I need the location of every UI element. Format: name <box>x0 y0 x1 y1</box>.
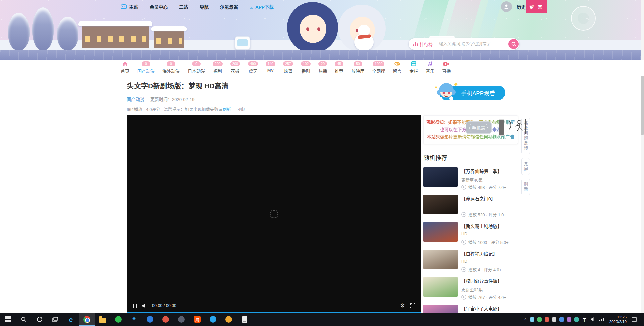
message-board-button[interactable]: 留 言 <box>526 0 547 13</box>
banner-house-roof <box>151 26 187 31</box>
tab-日本动漫[interactable]: 0日本动漫 <box>187 60 205 74</box>
blue-circle-app-icon[interactable] <box>205 313 221 326</box>
tray-expand-icon[interactable]: ^ <box>524 317 526 322</box>
volume-icon[interactable] <box>142 303 147 308</box>
media-app-icon[interactable] <box>221 313 236 326</box>
tab-badge: 1000 <box>373 61 384 66</box>
edge-browser-icon[interactable]: e <box>63 313 79 326</box>
tab-badge: 0 <box>142 61 150 66</box>
nav-item-会员中心[interactable]: 会员中心 <box>150 3 168 10</box>
red-app-icon[interactable] <box>158 313 173 326</box>
tray-green-icon[interactable] <box>537 317 542 322</box>
tab-放映厅[interactable]: 50放映厅 <box>351 60 364 74</box>
history-link[interactable]: 历史 <box>517 3 526 10</box>
banner-tree <box>57 17 78 50</box>
tray-red-icon[interactable] <box>545 317 549 322</box>
file-explorer-icon[interactable] <box>95 313 110 326</box>
taobao-icon[interactable]: 淘 <box>189 313 205 326</box>
tab-label: 音乐 <box>426 68 434 74</box>
tab-虎牙[interactable]: 490虎牙 <box>248 60 258 74</box>
action-center-icon[interactable] <box>632 317 637 322</box>
tab-番剧[interactable]: 102番剧 <box>301 60 311 74</box>
recommend-heading: 随机推荐 <box>423 153 518 162</box>
recommend-item[interactable]: 【命运石之门0】播放 520 · 评分 1.0+ <box>423 195 518 218</box>
nav-item-APP下载[interactable]: APP下载 <box>250 3 274 10</box>
refresh-link[interactable]: 刷新 <box>222 107 231 112</box>
tray-gray-icon[interactable] <box>552 317 556 322</box>
tab-热舞[interactable]: 257热舞 <box>283 60 293 74</box>
widget-scrollbar[interactable] <box>499 119 504 136</box>
side-button-宽屏[interactable]: 宽屏 <box>521 158 530 175</box>
network-icon[interactable] <box>599 317 604 321</box>
tab-花椒[interactable]: 200花椒 <box>230 60 240 74</box>
tab-直播[interactable]: 直播 <box>442 60 451 74</box>
dark-app-icon[interactable] <box>173 313 189 326</box>
blue-star-app-icon[interactable]: * <box>126 313 142 326</box>
tab-label: 海外动漫 <box>162 68 180 74</box>
blue-app-icon[interactable] <box>142 313 158 326</box>
tab-音乐[interactable]: 音乐 <box>426 60 434 74</box>
tray-navy-icon[interactable] <box>559 317 564 322</box>
tray-teal-icon[interactable] <box>574 317 579 322</box>
task-view-icon[interactable] <box>47 313 63 326</box>
nav-item-二站[interactable]: 二站 <box>179 3 188 10</box>
search-button[interactable] <box>508 39 519 49</box>
search-icon <box>511 42 516 47</box>
settings-gear-icon[interactable]: ⚙ <box>400 303 405 308</box>
side-button-刷新[interactable]: 刷新 <box>521 179 530 195</box>
ime-indicator[interactable]: 中 <box>582 316 587 323</box>
recommend-item[interactable]: 【万界仙踪第二季】更新至40集播放 498 · 评分 7.0+ <box>423 167 518 190</box>
recommend-item[interactable]: 【街头霸王剧场版】HD播放 1000 · 评分 5.0+ <box>423 222 518 245</box>
tab-福利[interactable]: 200福利 <box>213 60 223 74</box>
user-avatar[interactable] <box>501 1 512 12</box>
nav-item-尔氪忽酱[interactable]: 尔氪忽酱 <box>220 3 238 10</box>
recommend-stats-text: 播放 498 · 评分 7.0+ <box>468 184 506 190</box>
clock-time: 12:25 <box>609 315 627 319</box>
tab-全网搜[interactable]: 1000全网搜 <box>372 60 385 74</box>
tab-留言[interactable]: 留言 <box>393 60 401 74</box>
chrome-browser-icon[interactable] <box>79 313 95 326</box>
cortana-icon[interactable] <box>32 313 47 326</box>
nav-item-导航[interactable]: 导航 <box>200 3 209 10</box>
taskbar-search-icon[interactable] <box>16 313 32 326</box>
red-app-icon-glyph <box>162 316 169 323</box>
blue-app-icon-glyph <box>147 316 153 323</box>
recommend-item[interactable]: 【校园奇异事件簿】更新至02集播放 767 · 评分 4.0+ <box>423 277 518 300</box>
recommend-stats: 播放 498 · 评分 7.0+ <box>461 184 518 190</box>
windows-taskbar: e*淘 ^ 中 12:25 2020/2/19 <box>0 313 644 326</box>
recommend-subtitle: 更新至40集 <box>461 177 518 182</box>
tab-label: 热舞 <box>284 68 292 74</box>
recommend-item[interactable]: 【白猩猩历险记】HD播放 4 · 评分 4.0+ <box>423 250 518 273</box>
fullscreen-icon[interactable] <box>410 303 415 308</box>
recommend-title: 【万界仙踪第二季】 <box>461 168 518 174</box>
recommend-thumbnail <box>423 250 458 269</box>
play-circle-icon <box>461 212 466 217</box>
tab-首页[interactable]: 首页 <box>121 60 129 74</box>
tab-推荐[interactable]: 45推荐 <box>335 60 343 74</box>
search-input[interactable] <box>436 42 508 46</box>
tab-badge: 200 <box>230 61 240 66</box>
category-link[interactable]: 国产动漫 <box>127 96 144 102</box>
speaker-icon[interactable] <box>590 317 596 322</box>
page-scrollbar[interactable] <box>641 0 644 313</box>
mobile-site-widget[interactable]: ! 手机端 <box>466 121 492 134</box>
tab-海外动漫[interactable]: 0海外动漫 <box>162 60 180 74</box>
tab-热播[interactable]: 20热播 <box>318 60 327 74</box>
notepad-icon[interactable] <box>236 313 252 326</box>
blue-circle-app-icon-glyph <box>210 316 216 323</box>
nav-item-主站[interactable]: 主站 <box>121 3 138 10</box>
tray-purple-icon[interactable] <box>567 317 571 322</box>
green-app-icon[interactable] <box>110 313 126 326</box>
tab-专栏[interactable]: 专栏 <box>409 60 418 74</box>
tab-国产动漫[interactable]: 0国产动漫 <box>137 60 155 74</box>
pause-button[interactable] <box>133 304 137 308</box>
widget-scrollbar-thumb[interactable] <box>499 120 504 135</box>
tab-MV[interactable]: 140MV <box>266 60 276 74</box>
tray-blue-icon[interactable] <box>530 317 534 322</box>
video-player[interactable]: 00:00 / 00:00 ⚙ <box>127 115 421 313</box>
green-app-icon-glyph <box>115 316 122 323</box>
taskbar-clock[interactable]: 12:25 2020/2/19 <box>608 315 628 324</box>
start-button[interactable] <box>0 313 16 326</box>
ranking-link[interactable]: 排行榜 <box>409 41 436 47</box>
show-desktop-button[interactable] <box>641 313 642 326</box>
